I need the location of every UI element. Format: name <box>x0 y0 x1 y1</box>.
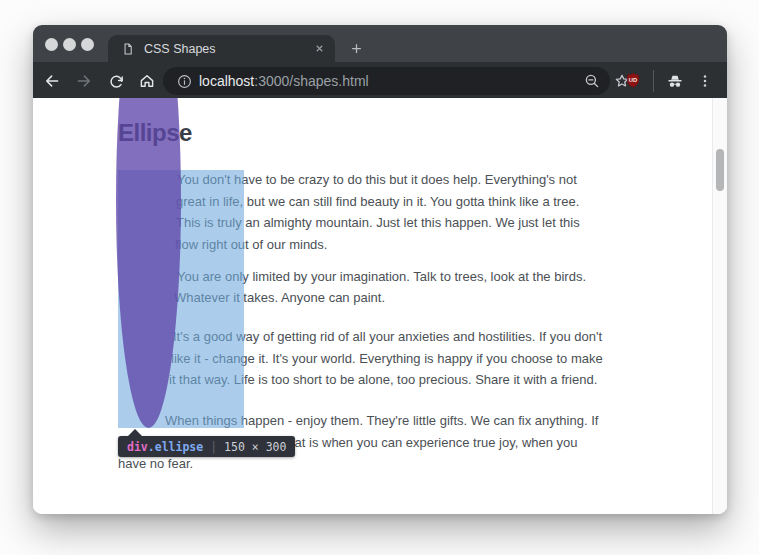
address-bar[interactable]: localhost:3000/shapes.html <box>163 67 610 95</box>
shield-icon: UD <box>623 71 643 91</box>
home-icon <box>138 72 156 90</box>
paragraph-line: When things happen - enjoy them. They're… <box>165 410 598 431</box>
page-title: Ellipse <box>118 119 192 147</box>
tooltip-class-name: .ellipse <box>148 440 203 454</box>
extension-shield-badge[interactable]: UD <box>621 69 645 93</box>
paragraph-line: Whatever it takes. Anyone can paint. <box>174 287 385 308</box>
url-text: localhost:3000/shapes.html <box>199 73 369 89</box>
tooltip-separator: | <box>210 440 217 454</box>
tooltip-tag-name: div <box>127 440 148 454</box>
traffic-lights <box>45 38 94 51</box>
browser-window: CSS Shapes <box>33 25 727 514</box>
url-host: localhost <box>199 73 254 89</box>
paragraph-line: It's a good way of getting rid of all yo… <box>173 326 602 347</box>
paragraph-line: You don't have to be crazy to do this bu… <box>177 169 577 190</box>
arrow-right-icon <box>75 72 93 90</box>
paragraph-line: You are only limited by your imagination… <box>177 266 586 287</box>
three-dot-menu-icon <box>697 73 713 89</box>
tooltip-dimensions: 150 × 300 <box>224 440 286 454</box>
toolbar-divider <box>653 70 654 92</box>
paragraph-line: This is truly an almighty mountain. Just… <box>176 212 580 233</box>
tab-close-icon[interactable] <box>314 43 325 54</box>
paragraph-line: great in life, but we can still find bea… <box>176 191 579 212</box>
arrow-left-icon <box>43 72 61 90</box>
reload-icon <box>108 73 125 90</box>
paragraph-line: like it - change it. It's your world. Ev… <box>171 348 603 369</box>
toolbar: localhost:3000/shapes.html UD <box>33 62 727 98</box>
zoom-out-icon[interactable] <box>580 69 604 93</box>
tab-strip: CSS Shapes <box>33 25 727 62</box>
browser-menu-button[interactable] <box>693 69 717 93</box>
tab-css-shapes[interactable]: CSS Shapes <box>108 35 335 62</box>
url-path: :3000/shapes.html <box>254 73 368 89</box>
page-info-icon[interactable] <box>172 69 196 93</box>
tab-title: CSS Shapes <box>144 42 314 56</box>
incognito-indicator <box>663 69 687 93</box>
page-favicon-document-icon <box>121 42 135 56</box>
minimize-window-button[interactable] <box>63 38 76 51</box>
forward-button[interactable] <box>72 69 96 93</box>
close-window-button[interactable] <box>45 38 58 51</box>
reload-button[interactable] <box>104 69 128 93</box>
home-button[interactable] <box>135 69 159 93</box>
scrollbar-track[interactable] <box>712 98 727 514</box>
paragraph-line: flow right out of our minds. <box>175 234 327 255</box>
svg-text:UD: UD <box>629 77 637 83</box>
back-button[interactable] <box>40 69 64 93</box>
zoom-window-button[interactable] <box>81 38 94 51</box>
devtools-element-tooltip: div .ellipse | 150 × 300 <box>118 436 295 457</box>
new-tab-button[interactable] <box>349 41 364 56</box>
paragraph-line: it that way. Life is too short to be alo… <box>169 369 597 390</box>
scrollbar-thumb[interactable] <box>716 149 724 191</box>
tooltip-arrow <box>128 429 142 436</box>
incognito-icon <box>665 71 685 91</box>
page-viewport: Ellipse You don't have to be crazy to do… <box>33 98 727 514</box>
